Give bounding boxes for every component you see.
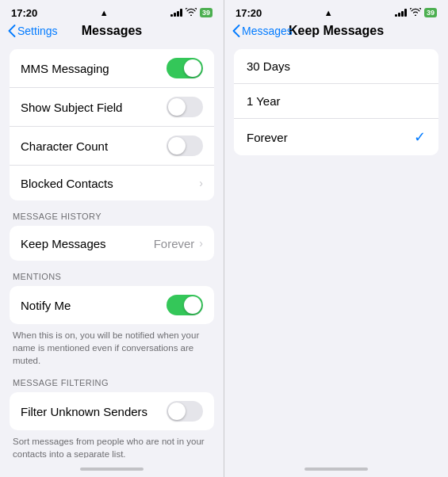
content-right: 30 Days 1 Year Forever ✓ — [224, 43, 448, 458]
keep-messages-chevron-icon: › — [199, 237, 203, 250]
filtering-group: Filter Unknown Senders — [10, 392, 214, 430]
subject-field-item: Show Subject Field — [10, 88, 214, 127]
history-group: Keep Messages Forever › — [10, 226, 214, 261]
keep-messages-item[interactable]: Keep Messages Forever › — [10, 226, 214, 261]
home-indicator-left — [0, 461, 224, 477]
signal-icon — [170, 9, 182, 17]
location-icon-right: ▲ — [324, 8, 333, 17]
mms-label: MMS Messaging — [21, 62, 109, 75]
nav-bar-left: Settings Messages — [0, 22, 224, 43]
character-count-toggle[interactable] — [167, 135, 203, 156]
option-forever-label: Forever — [247, 131, 288, 144]
left-screen: 17:20 ▲ 39 Settings Messages — [0, 0, 224, 477]
right-screen: 17:20 ▲ 39 Messages Keep Mes — [224, 0, 448, 477]
notify-me-helper: When this is on, you will be notified wh… — [0, 324, 224, 367]
message-history-header: MESSAGE HISTORY — [0, 200, 224, 226]
status-icons-right: 39 — [395, 8, 437, 17]
keep-messages-right: Forever › — [154, 237, 203, 250]
character-count-label: Character Count — [21, 139, 108, 153]
time-left: 17:20 — [11, 7, 37, 19]
subject-label: Show Subject Field — [21, 101, 122, 114]
subject-toggle[interactable] — [167, 97, 203, 117]
option-forever[interactable]: Forever ✓ — [234, 119, 438, 155]
page-title-right: Keep Messages — [289, 24, 384, 38]
blocked-contacts-item[interactable]: Blocked Contacts › — [10, 166, 214, 200]
filter-unknown-item: Filter Unknown Senders — [10, 392, 214, 430]
nav-bar-right: Messages Keep Messages — [224, 22, 448, 43]
character-count-item: Character Count — [10, 127, 214, 166]
blocked-chevron-icon: › — [199, 177, 203, 189]
keep-messages-value: Forever — [154, 237, 195, 250]
mms-toggle[interactable] — [167, 58, 203, 78]
mentions-group: Notify Me — [10, 286, 214, 324]
keep-messages-options-group: 30 Days 1 Year Forever ✓ — [234, 49, 438, 155]
location-icon: ▲ — [100, 8, 109, 17]
signal-icon-right — [395, 9, 407, 17]
status-icons-left: 39 — [170, 8, 213, 17]
notify-me-item: Notify Me — [10, 286, 214, 324]
filter-unknown-helper: Sort messages from people who are not in… — [0, 430, 224, 458]
filter-unknown-toggle[interactable] — [167, 401, 203, 422]
settings-group-1: MMS Messaging Show Subject Field Charact… — [10, 49, 214, 200]
keep-messages-label: Keep Messages — [21, 237, 106, 250]
option-1year[interactable]: 1 Year — [234, 84, 438, 119]
time-right: 17:20 — [235, 7, 262, 19]
content-left: MMS Messaging Show Subject Field Charact… — [0, 43, 224, 458]
option-30days[interactable]: 30 Days — [234, 49, 438, 84]
home-indicator-right — [224, 461, 448, 477]
message-filtering-header: MESSAGE FILTERING — [0, 367, 224, 392]
checkmark-icon: ✓ — [414, 128, 426, 146]
battery-badge-right: 39 — [424, 8, 437, 17]
wifi-icon-right — [410, 8, 421, 17]
blocked-contacts-label: Blocked Contacts — [21, 177, 113, 190]
filter-unknown-label: Filter Unknown Senders — [21, 405, 147, 418]
notify-me-label: Notify Me — [21, 299, 71, 312]
back-button-right[interactable]: Messages — [232, 25, 293, 37]
notify-me-toggle[interactable] — [167, 295, 203, 315]
mms-item: MMS Messaging — [10, 49, 214, 88]
status-bar-right: 17:20 ▲ 39 — [224, 0, 448, 22]
mentions-header: MENTIONS — [0, 261, 224, 286]
back-button-left[interactable]: Settings — [8, 25, 58, 37]
option-30days-label: 30 Days — [247, 59, 290, 73]
battery-badge-left: 39 — [200, 8, 213, 17]
page-title-left: Messages — [82, 24, 143, 38]
wifi-icon — [186, 8, 197, 17]
status-bar-left: 17:20 ▲ 39 — [0, 0, 224, 22]
option-1year-label: 1 Year — [247, 94, 281, 108]
